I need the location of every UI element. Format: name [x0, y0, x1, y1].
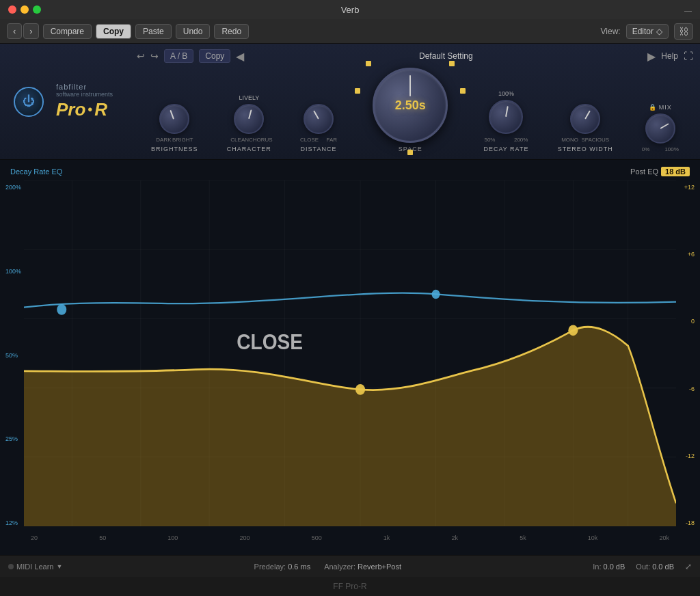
analyzer-value: Reverb+Post [358, 563, 401, 571]
x-label-5k: 5k [520, 534, 526, 541]
character-knob[interactable] [234, 104, 264, 134]
mix-knob[interactable] [645, 113, 675, 144]
space-group: 2.50s SPACE [366, 61, 455, 152]
space-knob[interactable]: 2.50s [373, 68, 448, 143]
brightness-knob[interactable] [159, 104, 189, 134]
y-right-0: 0 [684, 318, 695, 325]
post-eq-label: Post EQ [630, 167, 658, 176]
space-tick-left [366, 61, 371, 66]
stereo-right-label: SPACIOUS [581, 137, 609, 143]
out-section: Out: 0.0 dB [636, 563, 674, 571]
status-center: Predelay: 0.6 ms Analyzer: Reverb+Post [76, 563, 579, 571]
x-label-10k: 10k [588, 534, 598, 541]
y-right-m18: -18 [684, 519, 695, 526]
minimize-button[interactable] [21, 5, 29, 14]
eq-gold-handle-mid [355, 384, 365, 395]
midi-learn-label[interactable]: MIDI Learn [16, 563, 53, 571]
link-button[interactable]: ⛓ [674, 23, 693, 40]
decay-rate-group: 100% 50% 200% DECAY RATE [483, 90, 528, 152]
character-sub-labels: CLEAN CHORUS [230, 137, 267, 143]
view-select[interactable]: Editor ◇ [626, 24, 669, 39]
midi-dropdown-button[interactable]: ▼ [56, 563, 62, 570]
mix-lock-icon: 🔒 [649, 104, 656, 111]
undo-button[interactable]: Undo [176, 24, 211, 39]
preset-name: Default Setting [250, 51, 642, 61]
x-label-100: 100 [167, 534, 178, 541]
mix-header: 🔒 MIX [649, 104, 672, 111]
eq-title: Decay Rate EQ [10, 167, 62, 176]
x-label-20: 20 [31, 534, 38, 541]
undo-ctrl-button[interactable]: ↩ [137, 51, 145, 62]
close-button[interactable] [8, 5, 16, 14]
stereo-sub-labels: MONO SPACIOUS [561, 137, 609, 143]
forward-button[interactable]: › [23, 23, 38, 39]
x-label-200: 200 [239, 534, 250, 541]
power-button[interactable]: ⏻ [14, 87, 44, 117]
brightness-label: BRIGHTNESS [151, 146, 198, 152]
character-label: CHARACTER [227, 146, 271, 152]
y-right-m6: -6 [684, 385, 695, 392]
brightness-left-label: DARK [156, 137, 171, 143]
decay-rate-knob[interactable] [489, 100, 523, 134]
x-labels: 20 50 100 200 500 1k 2k 5k 10k 20k [31, 534, 669, 541]
distance-right-label: FAR [326, 137, 337, 143]
paste-button[interactable]: Paste [135, 24, 172, 39]
eq-blue-handle-right [432, 290, 440, 299]
brand-name: fabfilter [56, 83, 113, 91]
y-label-12: 12% [5, 519, 21, 526]
decay-top-label: 100% [498, 90, 514, 97]
bottom-label: FF Pro-R [0, 577, 700, 596]
x-label-20k: 20k [659, 534, 669, 541]
distance-knob[interactable] [304, 104, 334, 134]
stereo-width-knob[interactable] [570, 104, 600, 134]
expand-button[interactable]: ⛶ [684, 51, 693, 62]
mix-left-label: 0% [642, 146, 650, 152]
character-top-label: LIVELY [239, 94, 259, 101]
view-value: Editor [632, 27, 654, 36]
space-tick-bottom [407, 150, 413, 155]
distance-group: CLOSE FAR DISTANCE [300, 104, 337, 152]
product-logo: Pro • R [56, 99, 113, 120]
logo-area: fabfilter software instruments Pro • R [56, 83, 113, 120]
mix-group: 🔒 MIX 0% 100% [642, 104, 679, 152]
window-control-icon: — [684, 6, 692, 14]
y-label-200: 200% [5, 184, 21, 191]
power-icon: ⏻ [23, 94, 35, 109]
resize-button[interactable]: ⤢ [685, 562, 692, 571]
eq-gold-handle-right [568, 325, 578, 336]
mix-sub-labels: 0% 100% [642, 146, 679, 152]
nav-buttons: ‹ › [7, 23, 39, 39]
midi-learn-section: MIDI Learn ▼ [8, 563, 62, 571]
maximize-button[interactable] [33, 5, 41, 14]
y-right-12: +12 [684, 184, 695, 191]
space-value: 2.50s [395, 98, 426, 113]
y-right-6: +6 [684, 251, 695, 258]
distance-left-label: CLOSE [300, 137, 319, 143]
in-section: In: 0.0 dB [593, 563, 625, 571]
out-value: 0.0 dB [652, 563, 674, 571]
redo-ctrl-button[interactable]: ↪ [150, 51, 159, 62]
post-eq-value: 18 dB [661, 167, 690, 176]
traffic-lights [8, 5, 41, 14]
back-button[interactable]: ‹ [7, 23, 22, 39]
predelay-label: Predelay: 0.6 ms [254, 563, 311, 571]
redo-button[interactable]: Redo [214, 24, 249, 39]
logo-dot: • [88, 102, 92, 118]
predelay-value: 0.6 ms [288, 563, 310, 571]
mix-right-label: 100% [664, 146, 678, 152]
help-button[interactable]: Help [661, 51, 678, 61]
x-label-500: 500 [312, 534, 322, 541]
toolbar: ‹ › Compare Copy Paste Undo Redo View: E… [0, 19, 700, 44]
status-bar: MIDI Learn ▼ Predelay: 0.6 ms Analyzer: … [0, 555, 700, 577]
knobs-row: DARK BRIGHT BRIGHTNESS LIVELY CLEAN CHOR… [137, 61, 693, 152]
brand-sub: software instruments [56, 91, 113, 98]
stereo-width-group: MONO SPACIOUS STEREO WIDTH [558, 104, 613, 152]
copy-button[interactable]: Copy [96, 24, 131, 39]
eq-area: Decay Rate EQ Post EQ 18 dB 200% 100% 50… [0, 160, 700, 555]
character-right-label: CHORUS [249, 137, 273, 143]
link-icon: ⛓ [679, 26, 688, 37]
view-label: View: [601, 27, 621, 36]
stereo-left-label: MONO [561, 137, 578, 143]
stereo-width-label: STEREO WIDTH [558, 146, 613, 152]
compare-button[interactable]: Compare [43, 24, 92, 39]
